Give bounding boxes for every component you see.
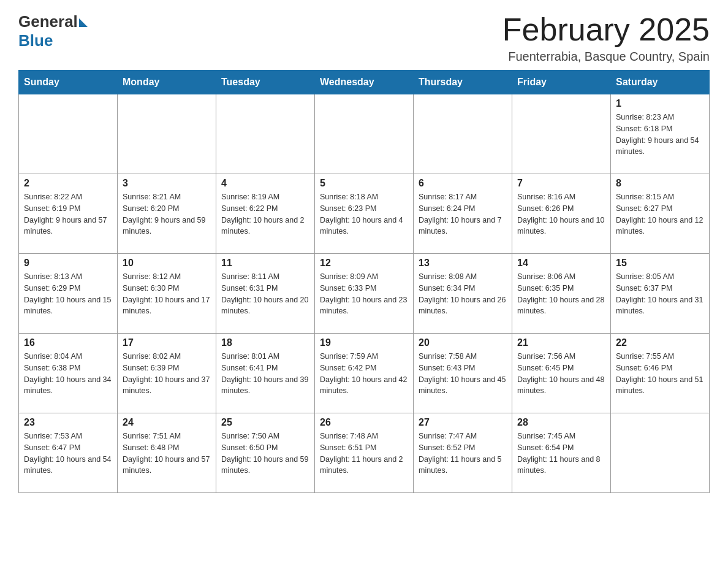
calendar-cell: 10Sunrise: 8:12 AMSunset: 6:30 PMDayligh… xyxy=(118,254,216,334)
logo-general: General xyxy=(18,12,78,31)
day-number: 16 xyxy=(24,337,112,348)
calendar-cell xyxy=(611,413,710,493)
logo-blue: Blue xyxy=(18,31,53,50)
calendar-cell: 11Sunrise: 8:11 AMSunset: 6:31 PMDayligh… xyxy=(216,254,315,334)
day-info: Sunrise: 8:13 AMSunset: 6:29 PMDaylight:… xyxy=(24,271,112,317)
day-info: Sunrise: 8:19 AMSunset: 6:22 PMDaylight:… xyxy=(221,191,309,237)
page-header: General Blue February 2025 Fuenterrabia,… xyxy=(18,12,710,64)
calendar-cell: 27Sunrise: 7:47 AMSunset: 6:52 PMDayligh… xyxy=(414,413,512,493)
day-number: 26 xyxy=(320,417,408,428)
day-info: Sunrise: 8:11 AMSunset: 6:31 PMDaylight:… xyxy=(221,271,309,317)
title-section: February 2025 Fuenterrabia, Basque Count… xyxy=(502,12,710,64)
calendar-week-1: 1Sunrise: 8:23 AMSunset: 6:18 PMDaylight… xyxy=(19,94,710,174)
day-info: Sunrise: 7:53 AMSunset: 6:47 PMDaylight:… xyxy=(24,431,112,477)
calendar-cell: 4Sunrise: 8:19 AMSunset: 6:22 PMDaylight… xyxy=(216,174,315,254)
day-number: 23 xyxy=(24,417,112,428)
day-info: Sunrise: 8:21 AMSunset: 6:20 PMDaylight:… xyxy=(123,191,211,237)
calendar-cell: 13Sunrise: 8:08 AMSunset: 6:34 PMDayligh… xyxy=(414,254,512,334)
day-info: Sunrise: 8:01 AMSunset: 6:41 PMDaylight:… xyxy=(221,351,309,397)
day-info: Sunrise: 7:51 AMSunset: 6:48 PMDaylight:… xyxy=(123,431,211,477)
location: Fuenterrabia, Basque Country, Spain xyxy=(502,50,710,64)
month-title: February 2025 xyxy=(502,12,710,47)
calendar-cell xyxy=(414,94,512,174)
day-info: Sunrise: 8:05 AMSunset: 6:37 PMDaylight:… xyxy=(616,271,704,317)
day-header-thursday: Thursday xyxy=(414,71,512,94)
day-header-row: SundayMondayTuesdayWednesdayThursdayFrid… xyxy=(19,71,710,94)
day-info: Sunrise: 7:59 AMSunset: 6:42 PMDaylight:… xyxy=(320,351,408,397)
day-number: 21 xyxy=(517,337,605,348)
day-info: Sunrise: 7:50 AMSunset: 6:50 PMDaylight:… xyxy=(221,431,309,477)
day-number: 8 xyxy=(616,178,704,189)
calendar-cell xyxy=(315,94,414,174)
calendar-cell: 3Sunrise: 8:21 AMSunset: 6:20 PMDaylight… xyxy=(118,174,216,254)
day-info: Sunrise: 7:58 AMSunset: 6:43 PMDaylight:… xyxy=(419,351,507,397)
calendar-cell: 26Sunrise: 7:48 AMSunset: 6:51 PMDayligh… xyxy=(315,413,414,493)
calendar-cell: 8Sunrise: 8:15 AMSunset: 6:27 PMDaylight… xyxy=(611,174,710,254)
day-number: 12 xyxy=(320,258,408,269)
day-info: Sunrise: 8:18 AMSunset: 6:23 PMDaylight:… xyxy=(320,191,408,237)
calendar-cell: 15Sunrise: 8:05 AMSunset: 6:37 PMDayligh… xyxy=(611,254,710,334)
day-number: 27 xyxy=(419,417,507,428)
day-number: 28 xyxy=(517,417,605,428)
calendar-cell: 14Sunrise: 8:06 AMSunset: 6:35 PMDayligh… xyxy=(512,254,611,334)
day-number: 17 xyxy=(123,337,211,348)
day-number: 9 xyxy=(24,258,112,269)
day-info: Sunrise: 7:47 AMSunset: 6:52 PMDaylight:… xyxy=(419,431,507,477)
day-number: 13 xyxy=(419,258,507,269)
calendar-cell: 16Sunrise: 8:04 AMSunset: 6:38 PMDayligh… xyxy=(19,334,118,413)
calendar-cell: 6Sunrise: 8:17 AMSunset: 6:24 PMDaylight… xyxy=(414,174,512,254)
calendar-cell: 18Sunrise: 8:01 AMSunset: 6:41 PMDayligh… xyxy=(216,334,315,413)
day-number: 19 xyxy=(320,337,408,348)
day-number: 7 xyxy=(517,178,605,189)
calendar-cell: 2Sunrise: 8:22 AMSunset: 6:19 PMDaylight… xyxy=(19,174,118,254)
calendar-cell: 9Sunrise: 8:13 AMSunset: 6:29 PMDaylight… xyxy=(19,254,118,334)
day-number: 2 xyxy=(24,178,112,189)
calendar-cell: 1Sunrise: 8:23 AMSunset: 6:18 PMDaylight… xyxy=(611,94,710,174)
calendar-cell: 17Sunrise: 8:02 AMSunset: 6:39 PMDayligh… xyxy=(118,334,216,413)
calendar-cell: 20Sunrise: 7:58 AMSunset: 6:43 PMDayligh… xyxy=(414,334,512,413)
calendar-cell: 24Sunrise: 7:51 AMSunset: 6:48 PMDayligh… xyxy=(118,413,216,493)
day-info: Sunrise: 8:12 AMSunset: 6:30 PMDaylight:… xyxy=(123,271,211,317)
day-info: Sunrise: 8:09 AMSunset: 6:33 PMDaylight:… xyxy=(320,271,408,317)
logo: General Blue xyxy=(18,12,88,50)
day-header-saturday: Saturday xyxy=(611,71,710,94)
calendar-cell: 7Sunrise: 8:16 AMSunset: 6:26 PMDaylight… xyxy=(512,174,611,254)
day-number: 18 xyxy=(221,337,309,348)
calendar-body: 1Sunrise: 8:23 AMSunset: 6:18 PMDaylight… xyxy=(19,94,710,493)
calendar-cell xyxy=(19,94,118,174)
day-info: Sunrise: 8:02 AMSunset: 6:39 PMDaylight:… xyxy=(123,351,211,397)
day-info: Sunrise: 8:06 AMSunset: 6:35 PMDaylight:… xyxy=(517,271,605,317)
day-number: 5 xyxy=(320,178,408,189)
calendar-cell: 25Sunrise: 7:50 AMSunset: 6:50 PMDayligh… xyxy=(216,413,315,493)
day-info: Sunrise: 7:45 AMSunset: 6:54 PMDaylight:… xyxy=(517,431,605,477)
day-number: 4 xyxy=(221,178,309,189)
day-info: Sunrise: 8:08 AMSunset: 6:34 PMDaylight:… xyxy=(419,271,507,317)
day-header-sunday: Sunday xyxy=(19,71,118,94)
calendar-cell xyxy=(216,94,315,174)
day-number: 20 xyxy=(419,337,507,348)
calendar-week-2: 2Sunrise: 8:22 AMSunset: 6:19 PMDaylight… xyxy=(19,174,710,254)
day-number: 11 xyxy=(221,258,309,269)
day-info: Sunrise: 8:15 AMSunset: 6:27 PMDaylight:… xyxy=(616,191,704,237)
calendar-week-4: 16Sunrise: 8:04 AMSunset: 6:38 PMDayligh… xyxy=(19,334,710,413)
calendar-cell: 23Sunrise: 7:53 AMSunset: 6:47 PMDayligh… xyxy=(19,413,118,493)
day-info: Sunrise: 7:56 AMSunset: 6:45 PMDaylight:… xyxy=(517,351,605,397)
logo-text: General xyxy=(18,12,88,31)
day-info: Sunrise: 8:16 AMSunset: 6:26 PMDaylight:… xyxy=(517,191,605,237)
calendar-cell: 21Sunrise: 7:56 AMSunset: 6:45 PMDayligh… xyxy=(512,334,611,413)
calendar-week-5: 23Sunrise: 7:53 AMSunset: 6:47 PMDayligh… xyxy=(19,413,710,493)
calendar-cell xyxy=(118,94,216,174)
calendar-cell: 22Sunrise: 7:55 AMSunset: 6:46 PMDayligh… xyxy=(611,334,710,413)
day-number: 1 xyxy=(616,98,704,109)
day-info: Sunrise: 8:22 AMSunset: 6:19 PMDaylight:… xyxy=(24,191,112,237)
calendar-cell xyxy=(512,94,611,174)
calendar-table: SundayMondayTuesdayWednesdayThursdayFrid… xyxy=(18,70,710,493)
calendar-cell: 19Sunrise: 7:59 AMSunset: 6:42 PMDayligh… xyxy=(315,334,414,413)
logo-arrow-icon xyxy=(79,18,88,27)
day-number: 6 xyxy=(419,178,507,189)
day-header-monday: Monday xyxy=(118,71,216,94)
day-number: 14 xyxy=(517,258,605,269)
day-number: 22 xyxy=(616,337,704,348)
calendar-week-3: 9Sunrise: 8:13 AMSunset: 6:29 PMDaylight… xyxy=(19,254,710,334)
day-number: 10 xyxy=(123,258,211,269)
